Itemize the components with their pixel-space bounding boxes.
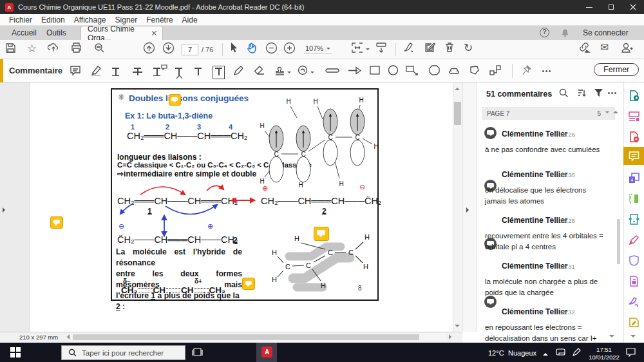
bell-icon[interactable]	[561, 28, 569, 39]
stamp-options-chevron-icon[interactable]	[287, 71, 291, 75]
minimize-button[interactable]	[578, 0, 600, 14]
comments-scrollbar-thumb[interactable]	[617, 219, 620, 264]
comment-text[interactable]: recouvrement entre les 4 orbitales = orb…	[485, 231, 604, 252]
menu-fenetre[interactable]: Fenêtre	[146, 15, 173, 24]
fit-options-chevron-icon[interactable]	[366, 48, 370, 52]
comment-author[interactable]: Clémentine Tellier	[502, 216, 567, 225]
polygon-tool-icon[interactable]	[429, 65, 440, 75]
compress-pdf-tool-icon[interactable]	[629, 214, 639, 225]
request-signatures-tool-icon[interactable]	[629, 317, 639, 328]
save-icon[interactable]	[5, 43, 16, 53]
scan-ocr-tool-icon[interactable]	[629, 276, 639, 287]
comment-tool-icon[interactable]	[629, 151, 639, 162]
comments-options-icon[interactable]	[608, 92, 610, 94]
collapse-group-icon[interactable]	[605, 111, 609, 115]
arrow-tool-icon[interactable]	[348, 66, 362, 75]
comment-author[interactable]: Clémentine Tellier	[502, 262, 567, 271]
comment-text[interactable]: à ne pas confondre avec cumulées	[485, 144, 604, 155]
taskbar-search-box[interactable]	[61, 345, 185, 360]
close-comment-toolbar-button[interactable]: Fermer	[594, 63, 639, 76]
protect-pdf-tool-icon[interactable]	[629, 255, 639, 266]
weather-temperature[interactable]: 12°C	[488, 349, 504, 357]
pen-tray-icon[interactable]	[573, 348, 581, 356]
attach-options-chevron-icon[interactable]	[310, 71, 314, 75]
menu-signer[interactable]: Signer	[115, 15, 138, 24]
organize-pages-tool-icon[interactable]	[629, 111, 639, 122]
tray-expand-icon[interactable]	[543, 350, 548, 356]
touchpad-tray-icon[interactable]	[556, 348, 565, 356]
share-link-icon[interactable]	[578, 42, 591, 53]
more-tools-icon[interactable]	[542, 70, 544, 72]
more-rail-tools-icon[interactable]	[630, 335, 636, 340]
replace-text-tool-icon[interactable]	[153, 67, 160, 79]
comment-text[interactable]: en repoussant les électrons = délocalisa…	[485, 322, 604, 343]
clock[interactable]: 17:51 10/01/2022	[585, 346, 623, 361]
callout-tool-icon[interactable]	[406, 66, 419, 75]
rectangle-tool-icon[interactable]	[370, 66, 380, 75]
search-icon[interactable]	[94, 43, 105, 53]
sticky-note-tool-icon[interactable]	[70, 65, 81, 76]
comment-text[interactable]: la molécule non chargée a plus de poids …	[485, 276, 604, 298]
acrobat-taskbar-icon[interactable]: A	[261, 347, 272, 357]
cloud-tool-icon[interactable]	[448, 65, 460, 75]
eraser-tool-icon[interactable]	[254, 65, 265, 75]
comment-author[interactable]: Clémentine Tellier	[502, 170, 567, 179]
fill-sign-icon[interactable]	[424, 42, 435, 53]
attach-file-tool-icon[interactable]	[298, 65, 308, 76]
zoom-level-select[interactable]: 107%	[304, 44, 332, 53]
select-tool-icon[interactable]	[229, 42, 239, 53]
email-icon[interactable]: ✉	[600, 41, 609, 53]
heading-sticky-note-annotation[interactable]	[169, 94, 181, 106]
certificates-tool-icon[interactable]	[629, 296, 639, 307]
comments-scroll-down-icon[interactable]	[609, 335, 614, 340]
sign-pen-icon[interactable]	[403, 42, 415, 53]
diagram-sticky-note-annotation[interactable]	[314, 227, 329, 241]
stamp-tool-icon[interactable]	[274, 65, 285, 76]
expand-left-panel-icon[interactable]	[3, 207, 8, 213]
weather-condition[interactable]: Nuageux	[508, 349, 536, 357]
signin-button[interactable]: Se connecter	[583, 28, 629, 37]
tab-outils[interactable]: Outils	[40, 26, 73, 40]
hscroll-left-icon[interactable]	[64, 334, 70, 339]
hscroll-right-icon[interactable]	[449, 334, 454, 339]
highlight-tool-icon[interactable]	[90, 65, 102, 76]
underline-text-tool-icon[interactable]	[112, 67, 119, 79]
zoom-in-icon[interactable]	[283, 42, 296, 54]
tab-close-icon[interactable]	[152, 31, 156, 35]
connected-lines-tool-icon[interactable]	[489, 65, 501, 75]
keep-tool-pin-icon[interactable]	[522, 65, 531, 75]
close-button[interactable]	[622, 0, 644, 14]
tab-accueil[interactable]: Accueil	[5, 26, 43, 40]
pencil-tool-icon[interactable]	[233, 65, 244, 76]
margin-sticky-note-annotation[interactable]	[50, 216, 63, 229]
fill-sign-tool-icon[interactable]	[629, 234, 639, 245]
redo-icon[interactable]: ↻	[464, 41, 473, 55]
comment-author[interactable]: Clémentine Tellier	[502, 129, 567, 138]
task-view-icon[interactable]	[192, 347, 203, 357]
insert-text-tool-icon[interactable]	[175, 67, 182, 79]
taskbar-search-input[interactable]	[82, 349, 178, 357]
horizontal-scrollbar-thumb[interactable]	[73, 334, 419, 340]
add-text-tool-icon[interactable]	[194, 67, 202, 79]
scroll-up-icon[interactable]	[455, 85, 460, 90]
freeform-tool-icon[interactable]	[469, 65, 480, 75]
text-box-tool-icon[interactable]	[213, 66, 225, 79]
paragraph-sticky-note-annotation[interactable]	[242, 278, 255, 290]
line-tool-icon[interactable]	[325, 68, 339, 73]
combine-files-tool-icon[interactable]	[629, 173, 639, 184]
menu-fichier[interactable]: Fichier	[9, 15, 32, 24]
zoom-out-icon[interactable]	[265, 42, 278, 54]
fit-width-icon[interactable]	[375, 42, 387, 53]
filter-comments-icon[interactable]	[594, 88, 603, 97]
scroll-down-icon[interactable]	[455, 325, 460, 330]
add-user-icon[interactable]	[621, 42, 633, 53]
create-pdf-tool-icon[interactable]	[629, 131, 639, 142]
tab-document[interactable]: Cours Chimie Orga...	[80, 26, 163, 40]
collapse-right-panel-icon[interactable]	[466, 207, 471, 213]
search-comments-icon[interactable]	[559, 88, 569, 98]
ellipse-tool-icon[interactable]	[388, 65, 399, 75]
menu-edition[interactable]: Edition	[41, 15, 65, 24]
menu-affichage[interactable]: Affichage	[74, 15, 106, 24]
comment-text[interactable]: on délocalise que les électrons jamais l…	[485, 185, 604, 206]
next-page-icon[interactable]	[162, 42, 175, 54]
